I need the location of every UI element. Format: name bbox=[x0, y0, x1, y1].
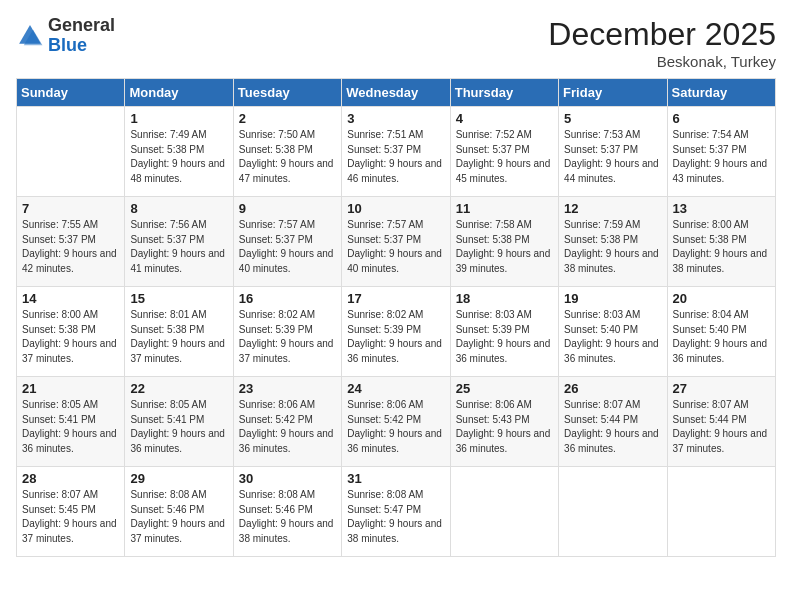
calendar-cell: 18Sunrise: 8:03 AMSunset: 5:39 PMDayligh… bbox=[450, 287, 558, 377]
day-info: Sunrise: 8:01 AMSunset: 5:38 PMDaylight:… bbox=[130, 308, 227, 366]
day-number: 4 bbox=[456, 111, 553, 126]
day-number: 6 bbox=[673, 111, 770, 126]
day-info: Sunrise: 8:00 AMSunset: 5:38 PMDaylight:… bbox=[22, 308, 119, 366]
title-block: December 2025 Beskonak, Turkey bbox=[548, 16, 776, 70]
day-number: 30 bbox=[239, 471, 336, 486]
page-header: General Blue December 2025 Beskonak, Tur… bbox=[16, 16, 776, 70]
day-number: 9 bbox=[239, 201, 336, 216]
calendar-cell: 12Sunrise: 7:59 AMSunset: 5:38 PMDayligh… bbox=[559, 197, 667, 287]
weekday-header: Wednesday bbox=[342, 79, 450, 107]
calendar-cell: 11Sunrise: 7:58 AMSunset: 5:38 PMDayligh… bbox=[450, 197, 558, 287]
calendar-cell: 27Sunrise: 8:07 AMSunset: 5:44 PMDayligh… bbox=[667, 377, 775, 467]
weekday-header: Monday bbox=[125, 79, 233, 107]
day-info: Sunrise: 8:03 AMSunset: 5:39 PMDaylight:… bbox=[456, 308, 553, 366]
day-info: Sunrise: 7:53 AMSunset: 5:37 PMDaylight:… bbox=[564, 128, 661, 186]
day-number: 19 bbox=[564, 291, 661, 306]
day-info: Sunrise: 8:06 AMSunset: 5:42 PMDaylight:… bbox=[239, 398, 336, 456]
day-info: Sunrise: 8:06 AMSunset: 5:42 PMDaylight:… bbox=[347, 398, 444, 456]
calendar-cell: 14Sunrise: 8:00 AMSunset: 5:38 PMDayligh… bbox=[17, 287, 125, 377]
day-number: 24 bbox=[347, 381, 444, 396]
month-title: December 2025 bbox=[548, 16, 776, 53]
day-info: Sunrise: 8:02 AMSunset: 5:39 PMDaylight:… bbox=[239, 308, 336, 366]
day-number: 23 bbox=[239, 381, 336, 396]
logo-blue: Blue bbox=[48, 35, 87, 55]
day-number: 26 bbox=[564, 381, 661, 396]
day-number: 7 bbox=[22, 201, 119, 216]
weekday-header: Thursday bbox=[450, 79, 558, 107]
calendar-cell: 31Sunrise: 8:08 AMSunset: 5:47 PMDayligh… bbox=[342, 467, 450, 557]
calendar-cell: 21Sunrise: 8:05 AMSunset: 5:41 PMDayligh… bbox=[17, 377, 125, 467]
logo: General Blue bbox=[16, 16, 115, 56]
calendar-cell: 16Sunrise: 8:02 AMSunset: 5:39 PMDayligh… bbox=[233, 287, 341, 377]
day-info: Sunrise: 8:08 AMSunset: 5:46 PMDaylight:… bbox=[130, 488, 227, 546]
calendar-cell bbox=[450, 467, 558, 557]
calendar-cell bbox=[667, 467, 775, 557]
logo-general: General bbox=[48, 15, 115, 35]
weekday-header: Tuesday bbox=[233, 79, 341, 107]
day-number: 10 bbox=[347, 201, 444, 216]
calendar-cell: 5Sunrise: 7:53 AMSunset: 5:37 PMDaylight… bbox=[559, 107, 667, 197]
calendar-cell: 15Sunrise: 8:01 AMSunset: 5:38 PMDayligh… bbox=[125, 287, 233, 377]
calendar-cell: 9Sunrise: 7:57 AMSunset: 5:37 PMDaylight… bbox=[233, 197, 341, 287]
logo-text: General Blue bbox=[48, 16, 115, 56]
day-info: Sunrise: 8:00 AMSunset: 5:38 PMDaylight:… bbox=[673, 218, 770, 276]
day-number: 31 bbox=[347, 471, 444, 486]
day-info: Sunrise: 7:49 AMSunset: 5:38 PMDaylight:… bbox=[130, 128, 227, 186]
day-number: 29 bbox=[130, 471, 227, 486]
day-info: Sunrise: 8:02 AMSunset: 5:39 PMDaylight:… bbox=[347, 308, 444, 366]
day-number: 18 bbox=[456, 291, 553, 306]
day-info: Sunrise: 7:51 AMSunset: 5:37 PMDaylight:… bbox=[347, 128, 444, 186]
calendar-cell: 4Sunrise: 7:52 AMSunset: 5:37 PMDaylight… bbox=[450, 107, 558, 197]
day-info: Sunrise: 7:55 AMSunset: 5:37 PMDaylight:… bbox=[22, 218, 119, 276]
day-info: Sunrise: 8:05 AMSunset: 5:41 PMDaylight:… bbox=[130, 398, 227, 456]
day-number: 25 bbox=[456, 381, 553, 396]
calendar-week-row: 21Sunrise: 8:05 AMSunset: 5:41 PMDayligh… bbox=[17, 377, 776, 467]
day-number: 12 bbox=[564, 201, 661, 216]
calendar-cell: 2Sunrise: 7:50 AMSunset: 5:38 PMDaylight… bbox=[233, 107, 341, 197]
calendar-cell: 30Sunrise: 8:08 AMSunset: 5:46 PMDayligh… bbox=[233, 467, 341, 557]
calendar-cell: 19Sunrise: 8:03 AMSunset: 5:40 PMDayligh… bbox=[559, 287, 667, 377]
weekday-header: Friday bbox=[559, 79, 667, 107]
day-info: Sunrise: 7:58 AMSunset: 5:38 PMDaylight:… bbox=[456, 218, 553, 276]
calendar-cell: 22Sunrise: 8:05 AMSunset: 5:41 PMDayligh… bbox=[125, 377, 233, 467]
day-info: Sunrise: 7:57 AMSunset: 5:37 PMDaylight:… bbox=[347, 218, 444, 276]
day-number: 21 bbox=[22, 381, 119, 396]
calendar-cell: 26Sunrise: 8:07 AMSunset: 5:44 PMDayligh… bbox=[559, 377, 667, 467]
day-info: Sunrise: 8:08 AMSunset: 5:46 PMDaylight:… bbox=[239, 488, 336, 546]
day-info: Sunrise: 7:56 AMSunset: 5:37 PMDaylight:… bbox=[130, 218, 227, 276]
day-info: Sunrise: 7:54 AMSunset: 5:37 PMDaylight:… bbox=[673, 128, 770, 186]
logo-icon bbox=[16, 22, 44, 50]
day-info: Sunrise: 8:06 AMSunset: 5:43 PMDaylight:… bbox=[456, 398, 553, 456]
calendar-cell: 6Sunrise: 7:54 AMSunset: 5:37 PMDaylight… bbox=[667, 107, 775, 197]
day-number: 3 bbox=[347, 111, 444, 126]
calendar-cell: 3Sunrise: 7:51 AMSunset: 5:37 PMDaylight… bbox=[342, 107, 450, 197]
calendar-cell bbox=[17, 107, 125, 197]
day-info: Sunrise: 8:07 AMSunset: 5:45 PMDaylight:… bbox=[22, 488, 119, 546]
day-number: 27 bbox=[673, 381, 770, 396]
day-info: Sunrise: 8:07 AMSunset: 5:44 PMDaylight:… bbox=[564, 398, 661, 456]
day-info: Sunrise: 8:08 AMSunset: 5:47 PMDaylight:… bbox=[347, 488, 444, 546]
calendar-cell: 28Sunrise: 8:07 AMSunset: 5:45 PMDayligh… bbox=[17, 467, 125, 557]
calendar-cell: 20Sunrise: 8:04 AMSunset: 5:40 PMDayligh… bbox=[667, 287, 775, 377]
calendar-cell: 17Sunrise: 8:02 AMSunset: 5:39 PMDayligh… bbox=[342, 287, 450, 377]
day-info: Sunrise: 8:04 AMSunset: 5:40 PMDaylight:… bbox=[673, 308, 770, 366]
day-number: 5 bbox=[564, 111, 661, 126]
calendar-cell: 13Sunrise: 8:00 AMSunset: 5:38 PMDayligh… bbox=[667, 197, 775, 287]
day-info: Sunrise: 7:50 AMSunset: 5:38 PMDaylight:… bbox=[239, 128, 336, 186]
day-number: 13 bbox=[673, 201, 770, 216]
day-number: 8 bbox=[130, 201, 227, 216]
day-info: Sunrise: 7:59 AMSunset: 5:38 PMDaylight:… bbox=[564, 218, 661, 276]
location: Beskonak, Turkey bbox=[548, 53, 776, 70]
day-number: 28 bbox=[22, 471, 119, 486]
weekday-header: Sunday bbox=[17, 79, 125, 107]
calendar-cell: 24Sunrise: 8:06 AMSunset: 5:42 PMDayligh… bbox=[342, 377, 450, 467]
day-info: Sunrise: 7:57 AMSunset: 5:37 PMDaylight:… bbox=[239, 218, 336, 276]
calendar-cell: 10Sunrise: 7:57 AMSunset: 5:37 PMDayligh… bbox=[342, 197, 450, 287]
day-info: Sunrise: 7:52 AMSunset: 5:37 PMDaylight:… bbox=[456, 128, 553, 186]
calendar-week-row: 14Sunrise: 8:00 AMSunset: 5:38 PMDayligh… bbox=[17, 287, 776, 377]
calendar-cell bbox=[559, 467, 667, 557]
weekday-header: Saturday bbox=[667, 79, 775, 107]
day-info: Sunrise: 8:03 AMSunset: 5:40 PMDaylight:… bbox=[564, 308, 661, 366]
calendar-cell: 8Sunrise: 7:56 AMSunset: 5:37 PMDaylight… bbox=[125, 197, 233, 287]
weekday-header-row: SundayMondayTuesdayWednesdayThursdayFrid… bbox=[17, 79, 776, 107]
